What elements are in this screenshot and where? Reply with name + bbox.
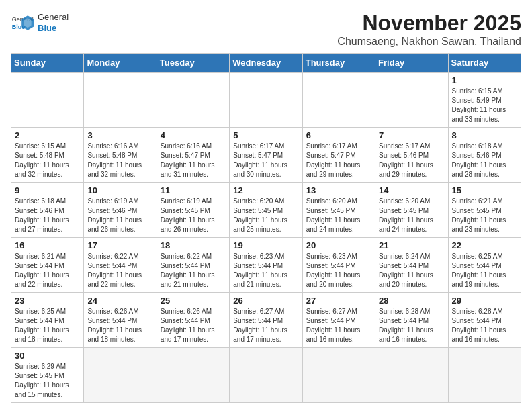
weekday-header-row: SundayMondayTuesdayWednesdayThursdayFrid… <box>11 54 521 73</box>
day-info: Sunrise: 6:22 AM Sunset: 5:44 PM Dayligh… <box>161 252 226 289</box>
day-info: Sunrise: 6:25 AM Sunset: 5:44 PM Dayligh… <box>452 252 517 289</box>
calendar-cell: 22Sunrise: 6:25 AM Sunset: 5:44 PM Dayli… <box>448 238 521 293</box>
day-number: 1 <box>452 75 517 85</box>
day-number: 16 <box>15 240 80 250</box>
day-info: Sunrise: 6:20 AM Sunset: 5:45 PM Dayligh… <box>306 197 371 234</box>
logo-blue-text: Blue <box>38 23 69 34</box>
calendar-cell: 23Sunrise: 6:25 AM Sunset: 5:44 PM Dayli… <box>11 293 84 348</box>
calendar-cell: 13Sunrise: 6:20 AM Sunset: 5:45 PM Dayli… <box>302 183 375 238</box>
calendar-cell: 5Sunrise: 6:17 AM Sunset: 5:47 PM Daylig… <box>230 128 302 183</box>
day-info: Sunrise: 6:28 AM Sunset: 5:44 PM Dayligh… <box>379 307 444 345</box>
day-number: 11 <box>161 185 226 195</box>
calendar-cell: 3Sunrise: 6:16 AM Sunset: 5:48 PM Daylig… <box>84 128 157 183</box>
week-row-5: 23Sunrise: 6:25 AM Sunset: 5:44 PM Dayli… <box>11 293 521 348</box>
day-info: Sunrise: 6:25 AM Sunset: 5:44 PM Dayligh… <box>15 307 80 345</box>
day-info: Sunrise: 6:21 AM Sunset: 5:45 PM Dayligh… <box>452 197 517 234</box>
day-number: 29 <box>452 295 517 306</box>
calendar-cell <box>302 73 375 128</box>
day-info: Sunrise: 6:19 AM Sunset: 5:46 PM Dayligh… <box>87 197 152 234</box>
calendar-cell: 30Sunrise: 6:29 AM Sunset: 5:45 PM Dayli… <box>11 348 84 403</box>
calendar-cell: 26Sunrise: 6:27 AM Sunset: 5:44 PM Dayli… <box>230 293 302 348</box>
calendar-cell <box>448 348 521 403</box>
title-block: November 2025 Chumsaeng, Nakhon Sawan, T… <box>337 11 521 48</box>
calendar-cell: 10Sunrise: 6:19 AM Sunset: 5:46 PM Dayli… <box>84 183 157 238</box>
day-info: Sunrise: 6:17 AM Sunset: 5:46 PM Dayligh… <box>379 142 444 179</box>
calendar-cell: 1Sunrise: 6:15 AM Sunset: 5:49 PM Daylig… <box>448 73 521 128</box>
day-info: Sunrise: 6:17 AM Sunset: 5:47 PM Dayligh… <box>306 142 371 179</box>
calendar-cell <box>302 348 375 403</box>
week-row-3: 9Sunrise: 6:18 AM Sunset: 5:46 PM Daylig… <box>11 183 521 238</box>
calendar-cell: 9Sunrise: 6:18 AM Sunset: 5:46 PM Daylig… <box>11 183 84 238</box>
day-info: Sunrise: 6:21 AM Sunset: 5:44 PM Dayligh… <box>15 252 80 289</box>
day-info: Sunrise: 6:20 AM Sunset: 5:45 PM Dayligh… <box>233 197 298 234</box>
day-number: 8 <box>452 130 517 140</box>
calendar-cell: 19Sunrise: 6:23 AM Sunset: 5:44 PM Dayli… <box>230 238 302 293</box>
calendar-cell <box>157 348 229 403</box>
day-number: 12 <box>233 185 298 195</box>
day-info: Sunrise: 6:20 AM Sunset: 5:45 PM Dayligh… <box>379 197 444 234</box>
day-number: 17 <box>87 240 152 250</box>
day-info: Sunrise: 6:28 AM Sunset: 5:44 PM Dayligh… <box>452 307 517 345</box>
day-info: Sunrise: 6:22 AM Sunset: 5:44 PM Dayligh… <box>87 252 152 289</box>
day-number: 10 <box>87 185 152 195</box>
weekday-header-friday: Friday <box>375 54 448 73</box>
day-info: Sunrise: 6:27 AM Sunset: 5:44 PM Dayligh… <box>306 307 371 345</box>
day-number: 13 <box>306 185 371 195</box>
day-number: 9 <box>15 185 80 195</box>
day-number: 27 <box>306 295 371 306</box>
day-number: 18 <box>161 240 226 250</box>
calendar-cell: 17Sunrise: 6:22 AM Sunset: 5:44 PM Dayli… <box>84 238 157 293</box>
calendar-cell: 11Sunrise: 6:19 AM Sunset: 5:45 PM Dayli… <box>157 183 229 238</box>
calendar-cell <box>157 73 229 128</box>
calendar-cell: 12Sunrise: 6:20 AM Sunset: 5:45 PM Dayli… <box>230 183 302 238</box>
calendar-cell: 25Sunrise: 6:26 AM Sunset: 5:44 PM Dayli… <box>157 293 229 348</box>
week-row-2: 2Sunrise: 6:15 AM Sunset: 5:48 PM Daylig… <box>11 128 521 183</box>
calendar-cell: 4Sunrise: 6:16 AM Sunset: 5:47 PM Daylig… <box>157 128 229 183</box>
calendar-cell <box>230 73 302 128</box>
calendar-cell: 7Sunrise: 6:17 AM Sunset: 5:46 PM Daylig… <box>375 128 448 183</box>
day-info: Sunrise: 6:26 AM Sunset: 5:44 PM Dayligh… <box>87 307 152 345</box>
weekday-header-tuesday: Tuesday <box>157 54 229 73</box>
calendar-cell <box>84 73 157 128</box>
day-number: 26 <box>233 295 298 306</box>
logo: General Blue General Blue <box>11 11 69 35</box>
weekday-header-monday: Monday <box>84 54 157 73</box>
calendar-cell: 6Sunrise: 6:17 AM Sunset: 5:47 PM Daylig… <box>302 128 375 183</box>
calendar-cell <box>375 73 448 128</box>
day-info: Sunrise: 6:26 AM Sunset: 5:44 PM Dayligh… <box>161 307 226 345</box>
logo-general-text: General <box>38 12 69 23</box>
day-info: Sunrise: 6:29 AM Sunset: 5:45 PM Dayligh… <box>15 362 80 400</box>
weekday-header-wednesday: Wednesday <box>230 54 302 73</box>
day-number: 24 <box>87 295 152 306</box>
day-info: Sunrise: 6:17 AM Sunset: 5:47 PM Dayligh… <box>233 142 298 179</box>
calendar-cell <box>375 348 448 403</box>
calendar-cell: 21Sunrise: 6:24 AM Sunset: 5:44 PM Dayli… <box>375 238 448 293</box>
day-info: Sunrise: 6:16 AM Sunset: 5:48 PM Dayligh… <box>87 142 152 179</box>
day-info: Sunrise: 6:27 AM Sunset: 5:44 PM Dayligh… <box>233 307 298 345</box>
day-number: 15 <box>452 185 517 195</box>
calendar-cell: 15Sunrise: 6:21 AM Sunset: 5:45 PM Dayli… <box>448 183 521 238</box>
week-row-6: 30Sunrise: 6:29 AM Sunset: 5:45 PM Dayli… <box>11 348 521 403</box>
day-info: Sunrise: 6:23 AM Sunset: 5:44 PM Dayligh… <box>233 252 298 289</box>
weekday-header-saturday: Saturday <box>448 54 521 73</box>
day-info: Sunrise: 6:19 AM Sunset: 5:45 PM Dayligh… <box>161 197 226 234</box>
calendar-cell: 24Sunrise: 6:26 AM Sunset: 5:44 PM Dayli… <box>84 293 157 348</box>
calendar-cell <box>84 348 157 403</box>
day-info: Sunrise: 6:24 AM Sunset: 5:44 PM Dayligh… <box>379 252 444 289</box>
month-title: November 2025 <box>337 11 521 36</box>
calendar-cell: 16Sunrise: 6:21 AM Sunset: 5:44 PM Dayli… <box>11 238 84 293</box>
day-number: 25 <box>161 295 226 306</box>
day-number: 7 <box>379 130 444 140</box>
day-info: Sunrise: 6:18 AM Sunset: 5:46 PM Dayligh… <box>15 197 80 234</box>
calendar-cell: 20Sunrise: 6:23 AM Sunset: 5:44 PM Dayli… <box>302 238 375 293</box>
day-number: 30 <box>15 351 80 361</box>
calendar-cell: 8Sunrise: 6:18 AM Sunset: 5:46 PM Daylig… <box>448 128 521 183</box>
calendar-cell: 18Sunrise: 6:22 AM Sunset: 5:44 PM Dayli… <box>157 238 229 293</box>
day-number: 21 <box>379 240 444 250</box>
header: General Blue General Blue November 2025 … <box>11 11 521 48</box>
calendar-cell <box>230 348 302 403</box>
day-info: Sunrise: 6:16 AM Sunset: 5:47 PM Dayligh… <box>161 142 226 179</box>
week-row-4: 16Sunrise: 6:21 AM Sunset: 5:44 PM Dayli… <box>11 238 521 293</box>
day-number: 3 <box>87 130 152 140</box>
day-info: Sunrise: 6:15 AM Sunset: 5:48 PM Dayligh… <box>15 142 80 179</box>
